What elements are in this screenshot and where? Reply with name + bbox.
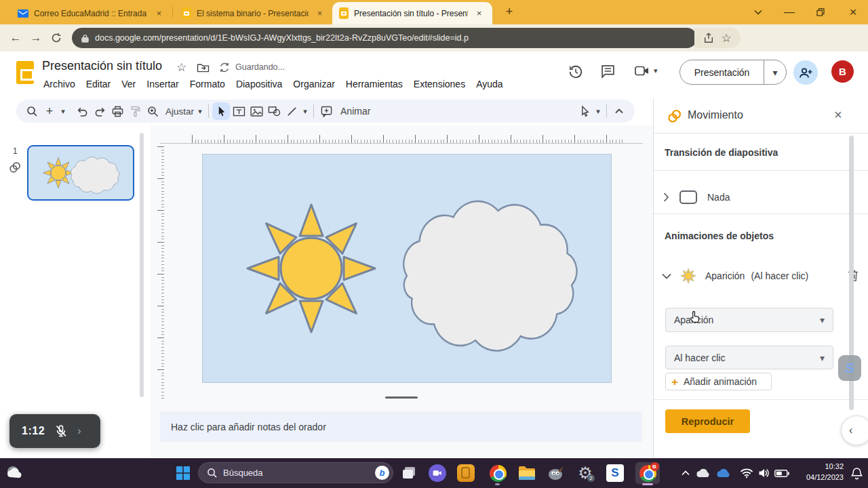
search-menus-icon[interactable] — [23, 102, 41, 120]
chevron-down-icon[interactable] — [662, 273, 671, 279]
slide-canvas[interactable] — [202, 154, 612, 383]
menu-editar[interactable]: Editar — [81, 76, 117, 92]
animate-label[interactable]: Animar — [335, 106, 372, 117]
meet-app-icon[interactable] — [427, 463, 448, 483]
zoom-add-icon[interactable]: + — [41, 102, 58, 120]
collapse-panel-button[interactable]: ‹ — [841, 415, 868, 445]
share-icon[interactable] — [703, 33, 714, 43]
search-icon — [207, 468, 217, 478]
tray-time: 10:32 — [792, 462, 844, 472]
window-menu-chevron-icon[interactable] — [745, 0, 772, 24]
menu-diapositiva[interactable]: Diapositiva — [231, 76, 288, 92]
caret-down-icon[interactable]: ▾ — [300, 102, 310, 120]
menu-organizar[interactable]: Organizar — [288, 76, 340, 92]
gimp-icon[interactable] — [546, 463, 566, 483]
blue-cube-app-icon[interactable]: S — [605, 463, 625, 483]
onedrive-gray-icon[interactable] — [693, 463, 713, 483]
tab-binary-presentation[interactable]: El sistema binario - Presentación × — [175, 2, 330, 24]
undo-icon[interactable] — [73, 102, 91, 120]
notifications-bell-icon[interactable] — [846, 463, 867, 483]
weather-widget-icon[interactable] — [4, 463, 24, 483]
window-close-button[interactable]: × — [840, 0, 867, 24]
redo-icon[interactable] — [91, 102, 108, 120]
star-document-icon[interactable]: ☆ — [176, 60, 186, 75]
menu-herramientas[interactable]: Herramientas — [340, 76, 408, 92]
forward-icon[interactable]: → — [26, 28, 46, 48]
present-caret-icon[interactable]: ▾ — [764, 67, 786, 78]
start-button[interactable] — [173, 463, 193, 483]
start-condition-dropdown[interactable]: Al hacer clic ▾ — [665, 346, 833, 369]
speaker-notes[interactable]: Haz clic para añadir notas del orador — [160, 411, 642, 442]
collapse-toolbar-chevron-icon[interactable] — [610, 102, 628, 120]
screen-recorder-widget[interactable]: 1:12 › — [9, 414, 100, 448]
print-icon[interactable] — [108, 102, 126, 120]
close-tab-icon[interactable]: × — [153, 7, 165, 19]
fit-zoom-label[interactable]: Ajustar — [161, 106, 195, 117]
orange-app-icon[interactable] — [456, 463, 476, 483]
close-tab-icon[interactable]: × — [314, 7, 326, 19]
meet-camera-icon[interactable]: ▾ — [635, 66, 658, 76]
clock-widget[interactable]: 10:32 04/12/2023 — [792, 462, 844, 483]
settings-gear-icon[interactable]: ⚙ 2 — [575, 463, 595, 483]
filmstrip-scrollbar[interactable] — [140, 133, 144, 397]
tab-mail[interactable]: Correo EducaMadrid :: Entrada × — [11, 2, 171, 24]
window-minimize-button[interactable]: — — [776, 0, 803, 24]
insert-line-icon[interactable] — [283, 102, 300, 120]
chrome-icon[interactable] — [488, 463, 508, 483]
tab-current-presentation[interactable]: Presentación sin título - Present × — [332, 2, 492, 24]
task-view-icon[interactable] — [399, 463, 419, 483]
file-explorer-icon[interactable] — [517, 463, 537, 483]
menu-ayuda[interactable]: Ayuda — [471, 76, 508, 92]
recorder-floating-widget[interactable]: S — [838, 355, 861, 381]
laser-pointer-icon[interactable] — [576, 102, 593, 120]
version-history-icon[interactable] — [568, 64, 583, 79]
battery-icon[interactable] — [772, 463, 792, 483]
account-avatar[interactable]: B — [831, 60, 854, 83]
close-tab-icon[interactable]: × — [473, 7, 485, 19]
recorder-expand-chevron-icon[interactable]: › — [77, 424, 81, 438]
move-folder-icon[interactable] — [197, 62, 210, 73]
menu-insertar[interactable]: Insertar — [141, 76, 184, 92]
mic-muted-icon[interactable] — [54, 424, 68, 438]
reload-icon[interactable] — [46, 28, 66, 48]
comments-icon[interactable] — [601, 64, 615, 79]
slide-thumbnail[interactable] — [27, 145, 134, 201]
caret-down-icon[interactable]: ▾ — [58, 102, 68, 120]
onedrive-blue-icon[interactable] — [713, 463, 734, 483]
text-box-icon[interactable] — [230, 102, 248, 120]
menu-formato[interactable]: Formato — [184, 76, 231, 92]
add-animation-button[interactable]: + Añadir animación — [665, 373, 772, 390]
play-button[interactable]: Reproducir — [665, 409, 750, 433]
insert-shape-icon[interactable] — [265, 102, 283, 120]
menu-extensiones[interactable]: Extensiones — [408, 76, 471, 92]
share-button[interactable] — [793, 60, 818, 85]
caret-down-icon[interactable]: ▾ — [195, 102, 205, 120]
caret-down-icon[interactable]: ▾ — [593, 102, 603, 120]
bookmark-star-icon[interactable]: ☆ — [721, 31, 731, 45]
taskbar-search[interactable]: Búsqueda b — [198, 462, 393, 483]
close-panel-icon[interactable]: × — [834, 107, 842, 123]
menu-archivo[interactable]: Archivo — [38, 76, 81, 92]
address-bar[interactable]: docs.google.com/presentation/d/1E-bWsIGJ… — [72, 28, 697, 48]
notes-resize-handle[interactable] — [385, 396, 418, 399]
cloud-shape[interactable] — [393, 197, 587, 352]
menu-ver[interactable]: Ver — [116, 76, 141, 92]
transition-row[interactable]: Nada — [663, 185, 730, 209]
present-button[interactable]: Presentación ▾ — [679, 60, 787, 85]
new-tab-button[interactable]: + — [500, 5, 518, 20]
insert-image-icon[interactable] — [248, 102, 265, 120]
window-restore-button[interactable] — [807, 0, 834, 24]
back-icon[interactable]: ← — [5, 28, 26, 48]
sun-shape[interactable] — [243, 201, 379, 336]
caret-down-icon[interactable]: ▾ — [654, 66, 658, 75]
slides-logo[interactable] — [16, 61, 34, 84]
paint-format-icon[interactable] — [126, 102, 144, 120]
chevron-right-icon[interactable] — [663, 192, 669, 202]
insert-comment-icon[interactable] — [317, 102, 335, 120]
select-tool-icon[interactable] — [212, 102, 230, 120]
zoom-icon[interactable] — [144, 102, 161, 120]
document-title[interactable]: Presentación sin título — [42, 59, 162, 73]
animation-item-row[interactable]: Aparición (Al hacer clic) — [662, 266, 859, 285]
saving-sync-icon — [218, 62, 231, 73]
chrome-active-icon[interactable]: B — [635, 462, 660, 484]
